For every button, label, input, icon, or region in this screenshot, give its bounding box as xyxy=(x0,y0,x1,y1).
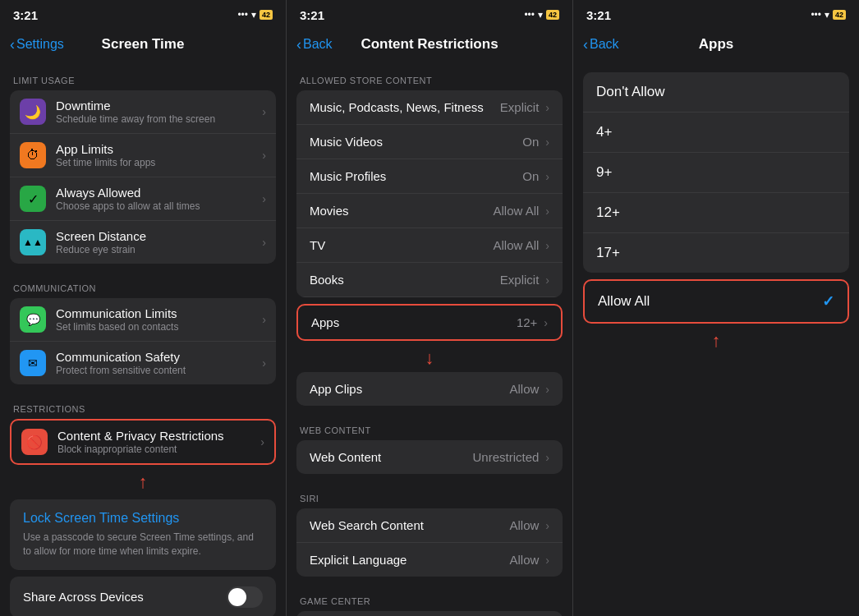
option-9plus[interactable]: 9+ xyxy=(583,153,849,193)
sidebar-item-app-limits[interactable]: ⏱ App Limits Set time limits for apps › xyxy=(10,134,276,177)
cellular-icon-2: ••• xyxy=(524,9,535,21)
web-content-label: Web Content xyxy=(310,450,472,464)
screen-distance-text: Screen Distance Reduce eye strain xyxy=(56,229,259,255)
comm-limits-icon: 💬 xyxy=(20,306,46,333)
chevron-web-content: › xyxy=(545,451,549,464)
sidebar-item-always-allowed[interactable]: ✓ Always Allowed Choose apps to allow at… xyxy=(10,177,276,221)
section-siri: SIRI xyxy=(287,480,572,508)
item-music-videos[interactable]: Music Videos On › xyxy=(296,125,563,159)
web-content-value: Unrestricted xyxy=(472,450,539,464)
tv-value: Allow All xyxy=(493,238,539,252)
apps-options-group: Don't Allow 4+ 9+ 12+ 17+ xyxy=(583,72,849,273)
share-toggle[interactable] xyxy=(227,586,263,608)
nav-title-2: Content Restrictions xyxy=(361,36,498,53)
downtime-icon: 🌙 xyxy=(20,99,46,125)
comm-limits-title: Communication Limits xyxy=(56,306,259,320)
app-clips-value: Allow xyxy=(509,382,539,396)
allow-all-highlighted[interactable]: Allow All ✓ xyxy=(583,279,849,324)
back-label-2[interactable]: Back xyxy=(303,37,333,52)
item-explicit-lang[interactable]: Explicit Language Allow › xyxy=(296,543,563,577)
red-arrow-1: ↑ xyxy=(0,471,286,493)
app-limits-subtitle: Set time limits for apps xyxy=(56,157,259,168)
chevron-explicit-lang: › xyxy=(545,554,549,567)
tv-label: TV xyxy=(310,238,493,252)
item-music-podcasts[interactable]: Music, Podcasts, News, Fitness Explicit … xyxy=(296,90,563,125)
option-17plus[interactable]: 17+ xyxy=(583,233,849,273)
chevron-app-limits: › xyxy=(262,149,266,162)
apps-row-highlighted[interactable]: Apps 12+ › xyxy=(296,304,563,341)
sidebar-item-comm-limits[interactable]: 💬 Communication Limits Set limits based … xyxy=(10,298,276,342)
explicit-lang-value: Allow xyxy=(509,553,539,567)
share-across-devices-row: Share Across Devices xyxy=(10,577,276,616)
panel3-content: Don't Allow 4+ 9+ 12+ 17+ Allow All ✓ ↑ xyxy=(573,62,859,616)
content-privacy-row-highlighted[interactable]: 🚫 Content & Privacy Restrictions Block i… xyxy=(10,419,276,465)
item-books[interactable]: Books Explicit › xyxy=(296,263,563,297)
item-movies[interactable]: Movies Allow All › xyxy=(296,194,563,228)
item-tv[interactable]: TV Allow All › xyxy=(296,228,563,263)
lock-screen-btn-label[interactable]: Lock Screen Time Settings xyxy=(23,511,263,526)
content-privacy-text: Content & Privacy Restrictions Block ina… xyxy=(57,429,257,455)
nav-back-2[interactable]: ‹ Back xyxy=(296,36,333,53)
always-allowed-title: Always Allowed xyxy=(56,186,259,200)
back-label-3[interactable]: Back xyxy=(590,37,619,52)
store-content-group: Music, Podcasts, News, Fitness Explicit … xyxy=(296,90,563,297)
item-app-clips[interactable]: App Clips Allow › xyxy=(296,372,563,406)
app-limits-title: App Limits xyxy=(56,142,259,156)
siri-group: Web Search Content Allow › Explicit Lang… xyxy=(296,508,563,577)
status-icons-1: ••• ▾ 42 xyxy=(237,9,273,21)
music-videos-value: On xyxy=(522,135,539,149)
sidebar-item-downtime[interactable]: 🌙 Downtime Schedule time away from the s… xyxy=(10,90,276,134)
books-value: Explicit xyxy=(500,273,540,287)
music-profiles-label: Music Profiles xyxy=(310,169,522,183)
sidebar-item-comm-safety[interactable]: ✉ Communication Safety Protect from sens… xyxy=(10,342,276,384)
12plus-label: 12+ xyxy=(596,205,836,221)
comm-safety-subtitle: Protect from sensitive content xyxy=(56,365,259,376)
share-label: Share Across Devices xyxy=(23,590,144,604)
movies-value: Allow All xyxy=(493,204,539,218)
nav-back-3[interactable]: ‹ Back xyxy=(583,36,619,53)
back-arrow-1: ‹ xyxy=(10,36,15,53)
screen-distance-title: Screen Distance xyxy=(56,229,259,243)
comm-safety-icon: ✉ xyxy=(20,350,46,376)
chevron-comm-limits: › xyxy=(262,313,266,326)
web-content-group: Web Content Unrestricted › xyxy=(296,440,563,474)
comm-safety-title: Communication Safety xyxy=(56,350,259,364)
apps-label: Apps xyxy=(311,315,517,329)
list-group-communication: 💬 Communication Limits Set limits based … xyxy=(10,298,276,384)
checkmark-allow-all: ✓ xyxy=(822,292,834,310)
back-label-1[interactable]: Settings xyxy=(16,37,64,52)
allow-all-label: Allow All xyxy=(598,293,822,310)
app-limits-text: App Limits Set time limits for apps xyxy=(56,142,259,168)
app-clips-label: App Clips xyxy=(310,382,509,396)
status-bar-3: 3:21 ••• ▾ 42 xyxy=(573,0,859,26)
option-12plus[interactable]: 12+ xyxy=(583,193,849,233)
back-arrow-3: ‹ xyxy=(583,36,588,53)
screen-distance-icon: ▲▲ xyxy=(20,229,46,255)
option-4plus[interactable]: 4+ xyxy=(583,113,849,153)
item-multiplayer[interactable]: Multiplayer Games Allow with Everyone › xyxy=(296,611,563,616)
option-allow-all[interactable]: Allow All ✓ xyxy=(585,281,848,322)
9plus-label: 9+ xyxy=(596,164,836,181)
sidebar-item-content-privacy[interactable]: 🚫 Content & Privacy Restrictions Block i… xyxy=(11,421,274,463)
chevron-apps: › xyxy=(544,316,548,329)
wifi-icon-2: ▾ xyxy=(538,9,543,21)
always-allowed-icon: ✓ xyxy=(20,186,46,212)
option-dont-allow[interactable]: Don't Allow xyxy=(583,72,849,113)
item-music-profiles[interactable]: Music Profiles On › xyxy=(296,159,563,194)
chevron-content-privacy: › xyxy=(260,435,264,448)
section-limit-usage: LIMIT USAGE xyxy=(0,62,286,90)
lock-screen-btn[interactable]: Lock Screen Time Settings Use a passcode… xyxy=(10,499,276,570)
sidebar-item-screen-distance[interactable]: ▲▲ Screen Distance Reduce eye strain › xyxy=(10,221,276,264)
books-label: Books xyxy=(310,273,500,287)
wifi-icon: ▾ xyxy=(251,9,256,21)
nav-bar-2: ‹ Back Content Restrictions xyxy=(287,26,572,62)
item-web-content[interactable]: Web Content Unrestricted › xyxy=(296,440,563,474)
cellular-icon: ••• xyxy=(237,9,248,21)
item-apps[interactable]: Apps 12+ › xyxy=(298,306,561,339)
status-bar-1: 3:21 ••• ▾ 42 xyxy=(0,0,286,26)
section-game-center: GAME CENTER xyxy=(287,583,572,611)
battery-badge-1: 42 xyxy=(260,10,273,20)
item-web-search[interactable]: Web Search Content Allow › xyxy=(296,508,563,543)
nav-back-1[interactable]: ‹ Settings xyxy=(10,36,64,53)
comm-limits-text: Communication Limits Set limits based on… xyxy=(56,306,259,333)
